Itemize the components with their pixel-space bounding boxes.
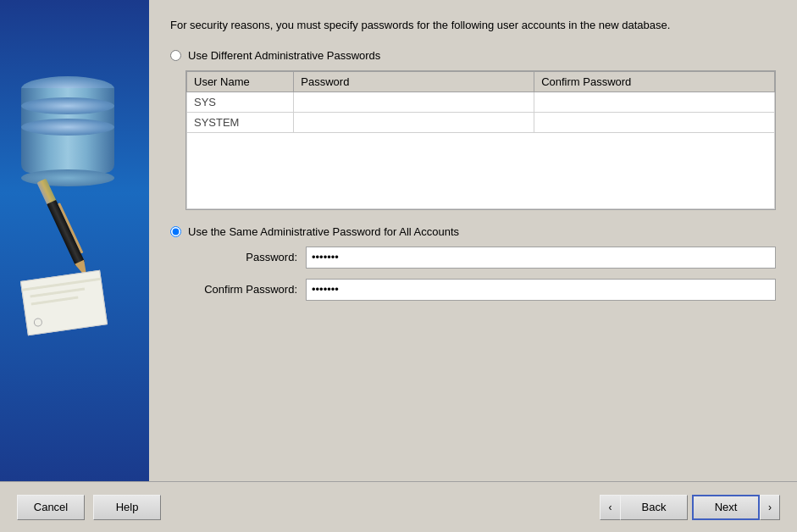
back-button[interactable]: Back (620, 495, 688, 520)
radio-different-passwords-input[interactable] (170, 50, 181, 61)
username-cell: SYSTEM (187, 112, 294, 132)
users-table: User Name Password Confirm Password SYS … (186, 71, 775, 209)
system-password-input[interactable] (301, 116, 527, 129)
col-header-username: User Name (187, 71, 294, 91)
sidebar (0, 0, 149, 481)
confirm-password-input[interactable] (306, 279, 776, 301)
same-password-section: Password: Confirm Password: (170, 247, 776, 301)
database-icon (21, 76, 114, 186)
cancel-button[interactable]: Cancel (17, 495, 85, 520)
confirm-password-row: Confirm Password: (170, 279, 776, 301)
sidebar-illustration (0, 0, 149, 481)
table-row: SYSTEM (187, 112, 775, 132)
col-header-confirm: Confirm Password (534, 71, 775, 91)
main-area: For security reasons, you must specify p… (0, 0, 797, 481)
passwords-table-container: User Name Password Confirm Password SYS … (185, 70, 776, 210)
bottom-left-buttons: Cancel Help (17, 495, 161, 520)
radio-same-password[interactable]: Use the Same Administrative Password for… (170, 225, 776, 238)
intro-text: For security reasons, you must specify p… (170, 17, 776, 34)
radio-different-passwords-label: Use Different Administrative Passwords (188, 49, 380, 62)
password-cell[interactable] (294, 112, 534, 132)
radio-same-password-input[interactable] (170, 226, 181, 237)
password-cell[interactable] (294, 91, 534, 112)
next-nav-group: Next › (692, 495, 780, 520)
confirm-cell[interactable] (534, 91, 775, 112)
username-cell: SYS (187, 91, 294, 112)
password-row: Password: (170, 247, 776, 269)
sys-password-input[interactable] (301, 96, 527, 108)
confirm-password-label: Confirm Password: (170, 283, 306, 296)
back-nav-group: ‹ Back (600, 495, 688, 520)
content-area: For security reasons, you must specify p… (149, 0, 797, 481)
bottom-bar: Cancel Help ‹ Back Next › (0, 481, 797, 532)
password-field-label: Password: (170, 251, 306, 263)
radio-same-password-label: Use the Same Administrative Password for… (188, 225, 459, 238)
confirm-cell[interactable] (534, 112, 775, 132)
back-arrow-button[interactable]: ‹ (600, 495, 620, 520)
password-input[interactable] (306, 247, 776, 269)
help-button[interactable]: Help (93, 495, 161, 520)
radio-different-passwords[interactable]: Use Different Administrative Passwords (170, 49, 776, 62)
table-row: SYS (187, 91, 775, 112)
paper-icon (20, 270, 108, 336)
system-confirm-input[interactable] (541, 116, 767, 129)
empty-row (187, 132, 775, 208)
next-arrow-button[interactable]: › (760, 495, 780, 520)
col-header-password: Password (294, 71, 534, 91)
sys-confirm-input[interactable] (541, 96, 767, 108)
bottom-right-buttons: ‹ Back Next › (600, 495, 780, 520)
next-button[interactable]: Next (692, 495, 760, 520)
